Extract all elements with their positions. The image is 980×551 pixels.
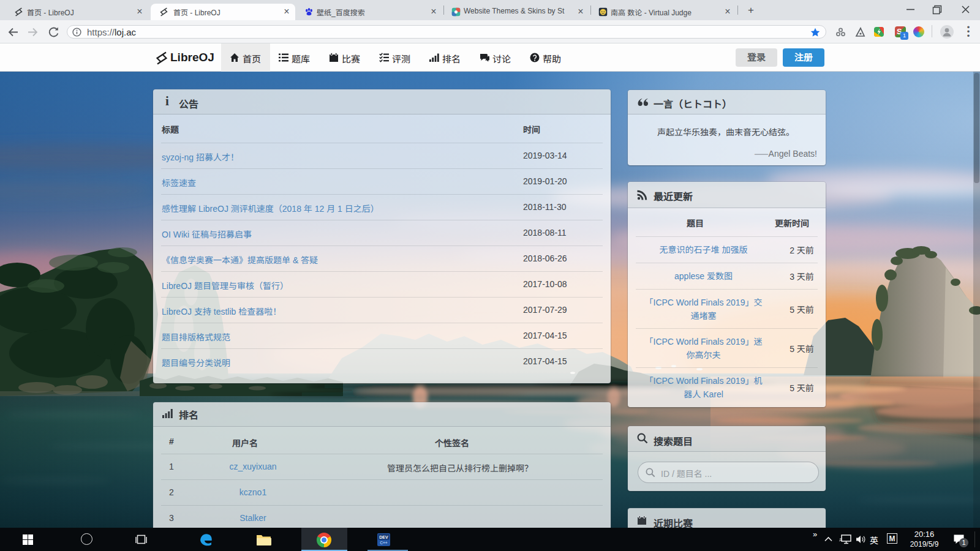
svg-text:C++: C++: [380, 541, 387, 545]
svg-text:DEV: DEV: [379, 535, 388, 539]
